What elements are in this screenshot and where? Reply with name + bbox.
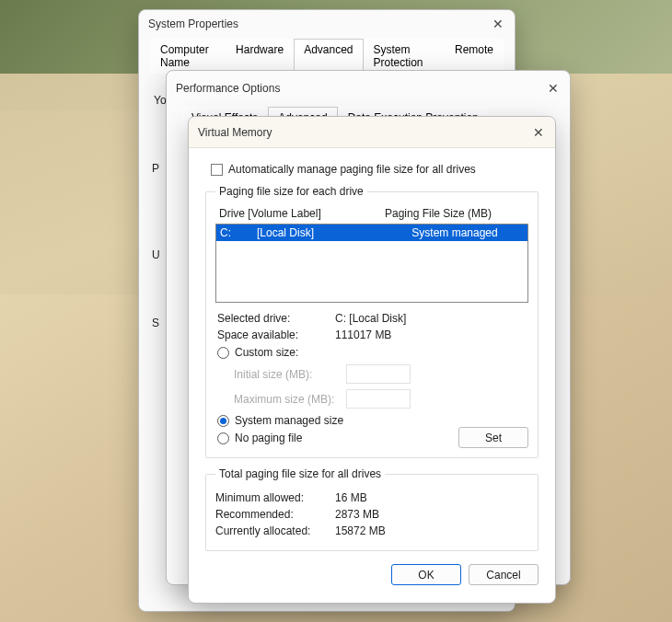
currently-allocated-value: 15872 MB	[335, 524, 386, 537]
sysprops-tabs: Computer Name Hardware Advanced System P…	[150, 38, 504, 74]
tab-advanced[interactable]: Advanced	[294, 39, 363, 74]
col-size: Paging File Size (MB)	[385, 207, 492, 220]
drive-label: [Local Disk]	[257, 226, 386, 239]
sysprops-title: System Properties	[148, 17, 238, 30]
totals-legend: Total paging file size for all drives	[215, 467, 385, 480]
close-icon[interactable]: ✕	[491, 17, 505, 31]
paging-size-legend: Paging file size for each drive	[215, 185, 367, 198]
recommended-label: Recommended:	[215, 508, 335, 521]
close-icon[interactable]: ✕	[531, 125, 546, 140]
selected-drive-label: Selected drive:	[217, 312, 328, 325]
col-drive: Drive [Volume Label]	[219, 207, 385, 220]
perfopt-title: Performance Options	[176, 82, 280, 95]
tab-remote[interactable]: Remote	[445, 39, 504, 74]
system-managed-label: System managed size	[235, 414, 343, 427]
drive-letter: C:	[220, 226, 257, 239]
sysprops-titlebar[interactable]: System Properties ✕	[139, 10, 515, 38]
drive-listbox[interactable]: C: [Local Disk] System managed	[215, 224, 528, 303]
tab-computer-name[interactable]: Computer Name	[150, 39, 226, 74]
maximum-size-label: Maximum size (MB):	[234, 393, 337, 406]
space-available-value: 111017 MB	[335, 328, 391, 341]
close-icon[interactable]: ✕	[546, 81, 561, 96]
tab-system-protection[interactable]: System Protection	[364, 39, 445, 74]
paging-size-group: Paging file size for each drive Drive [V…	[205, 185, 539, 458]
auto-manage-checkbox[interactable]	[211, 164, 223, 176]
drive-row[interactable]: C: [Local Disk] System managed	[216, 225, 527, 241]
perfopt-titlebar[interactable]: Performance Options ✕	[167, 71, 570, 106]
vmem-title: Virtual Memory	[198, 126, 272, 139]
no-paging-file-label: No paging file	[235, 432, 302, 444]
tab-hardware[interactable]: Hardware	[226, 39, 294, 74]
auto-manage-label: Automatically manage paging file size fo…	[228, 163, 476, 176]
recommended-value: 2873 MB	[335, 508, 379, 521]
vmem-cancel-button[interactable]: Cancel	[469, 564, 539, 585]
custom-size-label: Custom size:	[235, 346, 298, 359]
initial-size-label: Initial size (MB):	[234, 368, 337, 381]
totals-group: Total paging file size for all drives Mi…	[205, 467, 539, 551]
virtual-memory-window: Virtual Memory ✕ Automatically manage pa…	[188, 116, 556, 604]
vmem-titlebar[interactable]: Virtual Memory ✕	[189, 117, 555, 148]
maximum-size-input[interactable]	[346, 389, 411, 409]
min-allowed-label: Minimum allowed:	[215, 491, 335, 504]
initial-size-input[interactable]	[346, 364, 411, 384]
space-available-label: Space available:	[217, 328, 328, 341]
no-paging-file-radio[interactable]	[217, 432, 229, 444]
selected-drive-value: C: [Local Disk]	[335, 312, 406, 325]
set-button[interactable]: Set	[458, 427, 528, 448]
min-allowed-value: 16 MB	[335, 491, 367, 504]
currently-allocated-label: Currently allocated:	[215, 524, 335, 537]
custom-size-radio[interactable]	[217, 347, 229, 359]
system-managed-radio[interactable]	[217, 415, 229, 427]
vmem-ok-button[interactable]: OK	[391, 564, 461, 585]
drive-size: System managed	[386, 226, 524, 239]
